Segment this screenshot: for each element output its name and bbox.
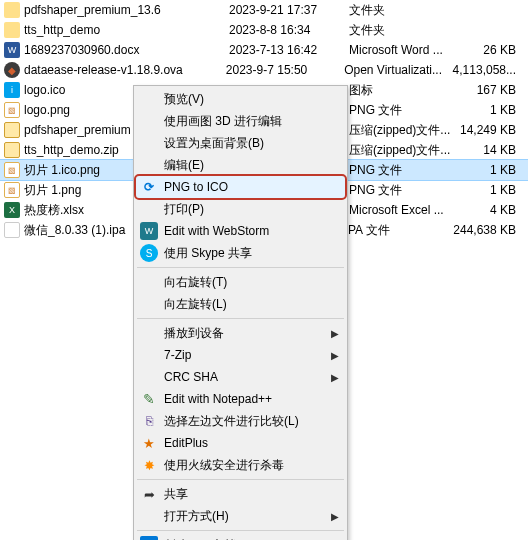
blank-icon xyxy=(140,200,158,218)
file-size: 14 KB xyxy=(459,143,524,157)
menu-label: 7-Zip xyxy=(164,348,325,362)
menu-separator xyxy=(137,318,344,319)
menu-label: 使用画图 3D 进行编辑 xyxy=(164,113,325,130)
menu-label: 打开方式(H) xyxy=(164,508,325,525)
menu-set-background[interactable]: 设置为桌面背景(B) xyxy=(136,132,345,154)
menu-separator xyxy=(137,479,344,480)
file-size: 26 KB xyxy=(459,43,524,57)
file-size: 167 KB xyxy=(459,83,524,97)
file-type: 文件夹 xyxy=(349,2,459,19)
ico-icon: i xyxy=(4,82,20,98)
menu-label: CRC SHA xyxy=(164,370,325,384)
menu-share[interactable]: ➦ 共享 xyxy=(136,483,345,505)
menu-print[interactable]: 打印(P) xyxy=(136,198,345,220)
png-icon: ▧ xyxy=(4,102,20,118)
blank-icon xyxy=(140,156,158,174)
menu-rotate-right[interactable]: 向右旋转(T) xyxy=(136,271,345,293)
ipa-icon xyxy=(4,222,20,238)
menu-rotate-left[interactable]: 向左旋转(L) xyxy=(136,293,345,315)
editplus-icon: ★ xyxy=(140,434,158,452)
compare-icon: ⎘ xyxy=(140,412,158,430)
file-size: 244,638 KB xyxy=(453,223,524,237)
chevron-right-icon: ▶ xyxy=(331,372,339,383)
menu-separator xyxy=(137,530,344,531)
menu-label: 播放到设备 xyxy=(164,325,325,342)
file-type: PNG 文件 xyxy=(349,102,459,119)
blank-icon xyxy=(140,507,158,525)
file-size: 1 KB xyxy=(459,163,524,177)
menu-label: 编辑(E) xyxy=(164,157,325,174)
menu-separator xyxy=(137,267,344,268)
menu-notepadpp[interactable]: ✎ Edit with Notepad++ xyxy=(136,388,345,410)
ova-icon: ◆ xyxy=(4,62,20,78)
file-type: IPA 文件 xyxy=(345,222,454,239)
file-type: 压缩(zipped)文件... xyxy=(349,122,459,139)
menu-edit[interactable]: 编辑(E) xyxy=(136,154,345,176)
file-size: 14,249 KB xyxy=(459,123,524,137)
menu-png-to-ico[interactable]: ⟳ PNG to ICO xyxy=(136,176,345,198)
file-type: Microsoft Word ... xyxy=(349,43,459,57)
menu-compare[interactable]: ⎘ 选择左边文件进行比较(L) xyxy=(136,410,345,432)
menu-label: 向右旋转(T) xyxy=(164,274,325,291)
menu-crc-sha[interactable]: CRC SHA ▶ xyxy=(136,366,345,388)
blank-icon xyxy=(140,295,158,313)
menu-preview[interactable]: 预览(V) xyxy=(136,88,345,110)
menu-open-with[interactable]: 打开方式(H) ▶ xyxy=(136,505,345,527)
file-row[interactable]: ◆dataease-release-v1.18.9.ova2023-9-7 15… xyxy=(0,60,528,80)
file-date: 2023-7-13 16:42 xyxy=(229,43,349,57)
blank-icon xyxy=(140,346,158,364)
menu-label: 向左旋转(L) xyxy=(164,296,325,313)
file-row[interactable]: tts_http_demo2023-8-8 16:34文件夹 xyxy=(0,20,528,40)
docx-icon: W xyxy=(4,42,20,58)
menu-label: Edit with Notepad++ xyxy=(164,392,325,406)
folder-icon xyxy=(4,2,20,18)
file-date: 2023-9-21 17:37 xyxy=(229,3,349,17)
blank-icon xyxy=(140,273,158,291)
xlsx-icon: X xyxy=(4,202,20,218)
menu-cast-to-device[interactable]: 播放到设备 ▶ xyxy=(136,322,345,344)
menu-label: PNG to ICO xyxy=(164,180,325,194)
menu-label: Edit with WebStorm xyxy=(164,224,325,238)
menu-paint3d[interactable]: 使用画图 3D 进行编辑 xyxy=(136,110,345,132)
file-type: 图标 xyxy=(349,82,459,99)
file-name: pdfshaper_premium_13.6 xyxy=(24,3,161,17)
file-row[interactable]: pdfshaper_premium_13.62023-9-21 17:37文件夹 xyxy=(0,0,528,20)
menu-label: 预览(V) xyxy=(164,91,325,108)
blank-icon xyxy=(140,134,158,152)
menu-label: 创建PDF文档 xyxy=(164,537,325,541)
file-size: 4,113,058... xyxy=(453,63,524,77)
menu-create-pdf[interactable]: + 创建PDF文档 xyxy=(136,534,345,540)
file-date: 2023-8-8 16:34 xyxy=(229,23,349,37)
context-menu: 预览(V) 使用画图 3D 进行编辑 设置为桌面背景(B) 编辑(E) ⟳ PN… xyxy=(133,85,348,540)
menu-label: EditPlus xyxy=(164,436,325,450)
folder-icon xyxy=(4,22,20,38)
file-type: 压缩(zipped)文件... xyxy=(349,142,459,159)
file-row[interactable]: W1689237030960.docx2023-7-13 16:42Micros… xyxy=(0,40,528,60)
menu-webstorm[interactable]: W Edit with WebStorm xyxy=(136,220,345,242)
file-type: PNG 文件 xyxy=(349,182,459,199)
menu-7zip[interactable]: 7-Zip ▶ xyxy=(136,344,345,366)
share-icon: ➦ xyxy=(140,485,158,503)
menu-label: 设置为桌面背景(B) xyxy=(164,135,325,152)
file-name: 热度榜.xlsx xyxy=(24,202,84,219)
chevron-right-icon: ▶ xyxy=(331,511,339,522)
pdf-icon: + xyxy=(140,536,158,540)
file-name: 微信_8.0.33 (1).ipa xyxy=(24,222,125,239)
menu-label: 使用 Skype 共享 xyxy=(164,245,325,262)
blank-icon xyxy=(140,324,158,342)
menu-huorong-scan[interactable]: ✸ 使用火绒安全进行杀毒 xyxy=(136,454,345,476)
file-size: 1 KB xyxy=(459,103,524,117)
file-size: 4 KB xyxy=(459,203,524,217)
zip-icon xyxy=(4,142,20,158)
blank-icon xyxy=(140,90,158,108)
menu-skype[interactable]: S 使用 Skype 共享 xyxy=(136,242,345,264)
menu-label: 共享 xyxy=(164,486,325,503)
file-type: Microsoft Excel ... xyxy=(349,203,459,217)
file-date: 2023-9-7 15:50 xyxy=(226,63,344,77)
webstorm-icon: W xyxy=(140,222,158,240)
notepadpp-icon: ✎ xyxy=(140,390,158,408)
file-name: logo.png xyxy=(24,103,70,117)
menu-editplus[interactable]: ★ EditPlus xyxy=(136,432,345,454)
menu-label: 使用火绒安全进行杀毒 xyxy=(164,457,325,474)
skype-icon: S xyxy=(140,244,158,262)
